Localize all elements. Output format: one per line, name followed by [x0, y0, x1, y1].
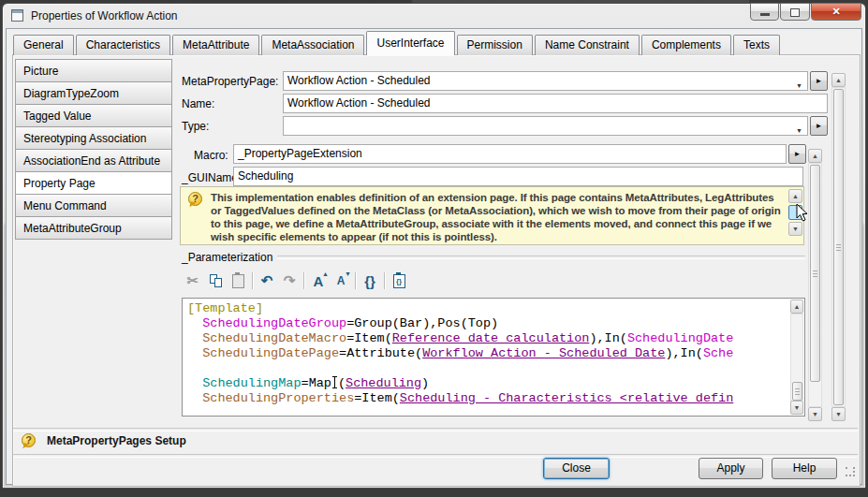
help-bubble-icon: ?: [188, 192, 202, 206]
status-text: MetaPropertyPages Setup: [47, 434, 186, 447]
metapropertypage-label: MetaPropertyPage:: [182, 75, 278, 88]
toolbar-separator: [355, 272, 356, 289]
close-button[interactable]: Close: [543, 458, 610, 479]
panel-scrollbar[interactable]: [831, 87, 846, 407]
macro-label: Macro:: [194, 149, 228, 162]
toolbar-separator: [384, 272, 385, 289]
help-button[interactable]: Help: [772, 458, 837, 479]
type-more-button[interactable]: ►: [810, 116, 828, 136]
copy-icon[interactable]: [204, 270, 227, 292]
code-line: SchedulingDateMacro=Item(Reference date …: [187, 331, 789, 346]
restore-button[interactable]: [780, 3, 810, 21]
mouse-cursor: [796, 203, 809, 222]
tab-texts[interactable]: Texts: [733, 35, 780, 55]
panel-scroll-up-button[interactable]: ▲: [831, 73, 846, 87]
code-line: [Template]: [187, 301, 789, 316]
sidebar-item-property-page[interactable]: Property Page: [15, 171, 172, 195]
name-label: Name:: [182, 97, 214, 110]
editor-toolbar: ✂↶↷A▲A▼{}{}: [182, 269, 410, 293]
cut-icon[interactable]: ✂: [182, 270, 204, 292]
screen: Properties of Workflow Action ✕ GeneralC…: [0, 0, 868, 497]
font-increase-icon[interactable]: A▲: [307, 270, 330, 292]
type-label: Type:: [182, 120, 209, 133]
sidebar-item-stereotyping-association[interactable]: Stereotyping Association: [15, 126, 172, 150]
code-line: SchedulingProperties=Item(Scheduling - C…: [187, 391, 789, 406]
group-scroll-thumb[interactable]: [810, 165, 820, 382]
info-box: ? This implementation enables definition…: [180, 186, 804, 245]
scroll-down-icon: ▼: [832, 408, 845, 420]
group-scrollbar[interactable]: [808, 163, 822, 407]
minimize-icon: [760, 13, 770, 16]
tab-metaattribute[interactable]: MetaAttribute: [172, 35, 259, 55]
tab-userinterface[interactable]: UserInterface: [366, 31, 454, 55]
code-line: SchedulingMap=Map(Scheduling): [187, 376, 789, 391]
braces-icon[interactable]: {}: [359, 270, 381, 292]
paste-template-icon[interactable]: {}: [388, 270, 410, 292]
window-icon: [11, 9, 23, 22]
dialog-body: GeneralCharacteristicsMetaAttributeMetaA…: [6, 28, 862, 485]
apply-button[interactable]: Apply: [699, 458, 763, 479]
scroll-down-icon: ▼: [789, 223, 802, 235]
groupbox-line: [277, 256, 805, 259]
type-combobox[interactable]: ▼: [283, 116, 808, 136]
close-window-button[interactable]: ✕: [811, 3, 861, 21]
sidebar-item-associationend-as-attribute[interactable]: AssociationEnd as Attribute: [15, 149, 172, 172]
text-cursor-icon: [331, 376, 338, 388]
metapropertypage-more-button[interactable]: ►: [810, 71, 828, 91]
close-icon: ✕: [831, 6, 840, 17]
code-editor[interactable]: [Template] SchedulingDateGroup=Group(Bar…: [182, 298, 805, 417]
resize-grip[interactable]: [846, 467, 847, 469]
editor-scroll-thumb[interactable]: [792, 382, 802, 401]
scroll-up-icon: ▲: [789, 190, 802, 202]
editor-scroll-down-button[interactable]: ▼: [790, 401, 803, 415]
editor-scroll-up-button[interactable]: ▲: [790, 300, 803, 314]
sidebar-item-metaattributegroup[interactable]: MetaAttributeGroup: [15, 216, 172, 240]
info-text: This implementation enables definition o…: [211, 191, 786, 243]
panel-scroll-down-button[interactable]: ▼: [831, 407, 846, 421]
name-input[interactable]: Workflow Action - Scheduled: [283, 94, 828, 113]
font-decrease-icon[interactable]: A▼: [330, 270, 352, 292]
toolbar-separator: [303, 272, 304, 289]
restore-icon: [790, 8, 800, 17]
tab-permission[interactable]: Permission: [457, 35, 533, 55]
code-line: [187, 361, 789, 376]
scroll-down-icon: ▼: [809, 408, 821, 420]
tab-bar: GeneralCharacteristicsMetaAttributeMetaA…: [13, 33, 782, 55]
group-scroll-up-button[interactable]: ▲: [808, 149, 822, 163]
scroll-up-icon: ▲: [832, 74, 845, 86]
undo-icon[interactable]: ↶: [256, 270, 278, 292]
tab-metaassociation[interactable]: MetaAssociation: [261, 35, 364, 55]
sidebar-item-tagged-value[interactable]: Tagged Value: [15, 104, 172, 127]
infobox-scroll-up-button[interactable]: ▲: [788, 189, 802, 203]
sidebar-item-menu-command[interactable]: Menu Command: [15, 194, 172, 217]
separator: [13, 428, 858, 431]
title-bar[interactable]: Properties of Workflow Action ✕: [3, 4, 865, 28]
code-line: SchedulingDatePage=Attribute(Workflow Ac…: [187, 346, 789, 361]
macro-input[interactable]: _PropertyPageExtension: [233, 144, 787, 164]
redo-icon[interactable]: ↷: [278, 270, 301, 292]
tab-characteristics[interactable]: Characteristics: [76, 35, 170, 55]
guiname-label: _GUIName:: [182, 171, 241, 184]
metapropertypage-combobox[interactable]: Workflow Action - Scheduled ▼: [283, 71, 808, 91]
tab-name-constraint[interactable]: Name Constraint: [535, 35, 640, 55]
minimize-button[interactable]: [750, 3, 779, 21]
window-title: Properties of Workflow Action: [31, 9, 178, 22]
chevron-down-icon[interactable]: ▼: [796, 79, 802, 93]
dialog-window: Properties of Workflow Action ✕ GeneralC…: [2, 3, 866, 489]
sidebar-item-diagramtypezoom[interactable]: DiagramTypeZoom: [15, 81, 172, 105]
guiname-input[interactable]: Scheduling: [233, 167, 803, 186]
sidebar-item-picture[interactable]: Picture: [15, 59, 172, 82]
paste-icon[interactable]: [227, 270, 249, 292]
tab-complements[interactable]: Complements: [641, 35, 731, 55]
parameterization-label: _Parameterization: [182, 251, 272, 264]
scroll-down-icon: ▼: [791, 402, 802, 414]
panel-scroll-thumb[interactable]: [833, 89, 844, 405]
category-list: PictureDiagramTypeZoomTagged ValueStereo…: [15, 60, 172, 240]
chevron-down-icon[interactable]: ▼: [796, 124, 802, 138]
editor-scrollbar[interactable]: [790, 314, 803, 402]
infobox-scroll-down-button[interactable]: ▼: [788, 222, 802, 236]
tab-general[interactable]: General: [13, 35, 74, 55]
macro-more-button[interactable]: ►: [788, 144, 806, 164]
scroll-up-icon: ▲: [791, 300, 802, 313]
group-scroll-down-button[interactable]: ▼: [808, 407, 822, 421]
